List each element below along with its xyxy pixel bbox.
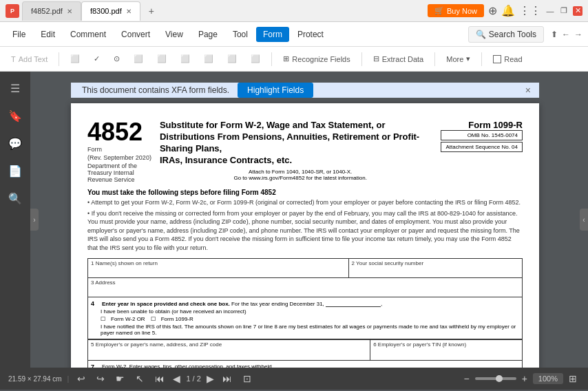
field-7-number: 7: [91, 363, 99, 368]
icon-toolbar-9[interactable]: ⬜: [245, 52, 266, 65]
icon1: ⊕: [488, 4, 497, 17]
hand-tool-button[interactable]: ☛: [113, 372, 127, 385]
form-label: Form: [87, 146, 151, 153]
tab-f8300-close[interactable]: ✕: [126, 8, 132, 15]
main-layout: ☰ 🔖 💬 📄 🔍 › This document contains XFA f…: [0, 72, 588, 368]
zoom-thumb: [496, 375, 503, 382]
icon-toolbar-5[interactable]: ⬜: [151, 52, 172, 65]
menu-form[interactable]: Form: [256, 27, 289, 42]
menu-file[interactable]: File: [6, 27, 32, 42]
menu-edit[interactable]: Edit: [34, 27, 62, 42]
notification-close-button[interactable]: ×: [525, 85, 531, 96]
read-button[interactable]: Read: [487, 53, 527, 65]
add-text-button[interactable]: T Add Text: [6, 53, 53, 65]
redo-button[interactable]: ↪: [94, 372, 107, 385]
icon-toolbar-7[interactable]: ⬜: [198, 52, 219, 65]
app-icon: P: [6, 4, 19, 18]
first-page-button[interactable]: ⏮: [152, 372, 167, 385]
zoom-in-button[interactable]: +: [519, 372, 530, 385]
table-row-1-2: 1 Name(s) shown on return 2 Your social …: [88, 258, 523, 277]
menu-comment[interactable]: Comment: [63, 27, 113, 42]
share-button[interactable]: ⬆: [551, 30, 558, 39]
add-tab-button[interactable]: +: [143, 3, 160, 19]
form-title-block: Substitute for Form W-2, Wage and Tax St…: [160, 120, 441, 181]
zoom-controls: − + 100% ⊞: [461, 372, 580, 385]
sidebar-icon-pages[interactable]: 📄: [4, 160, 26, 182]
form-fields-table: 1 Name(s) shown on return 2 Your social …: [87, 258, 523, 297]
icon-toolbar-2[interactable]: ✓: [88, 52, 105, 65]
maximize-button[interactable]: ❐: [559, 6, 569, 16]
zoom-out-button[interactable]: −: [461, 372, 472, 385]
field-7-block: 7 Form W-2. Enter wages, tips, other com…: [87, 361, 523, 368]
undo-button[interactable]: ↩: [74, 372, 88, 385]
right-handle-container: ‹: [580, 72, 588, 368]
icon-toolbar-8[interactable]: ⬜: [222, 52, 242, 65]
icon-toolbar-3[interactable]: ⊙: [108, 52, 125, 65]
fit-page-button[interactable]: ⊡: [240, 372, 254, 385]
bottom-separator: |: [67, 374, 70, 383]
field-4-line: 4 Enter year in space provided and check…: [91, 300, 519, 307]
field-3-label: 3 Address: [91, 279, 519, 286]
tab-f4852-label: f4852.pdf: [31, 7, 63, 15]
field-4-notify: I have notified the IRS of this fact. Th…: [101, 324, 519, 336]
prev-page-button[interactable]: ◀: [170, 372, 183, 385]
sidebar-icon-search[interactable]: 🔍: [4, 187, 26, 209]
menu-view[interactable]: View: [158, 27, 190, 42]
menu-tool[interactable]: Tool: [226, 27, 255, 42]
tab-f8300[interactable]: f8300.pdf ✕: [81, 1, 140, 21]
field-6-cell: 6 Employer's or payer's TIN (if known): [370, 339, 523, 360]
recognize-fields-button[interactable]: ⊞ Recognize Fields: [277, 52, 355, 65]
highlight-fields-button[interactable]: Highlight Fields: [238, 83, 313, 98]
buy-now-button[interactable]: 🛒 Buy Now: [428, 4, 484, 17]
form-rev-label: (Rev. September 2020): [87, 154, 151, 161]
search-tools-button[interactable]: 🔍 Search Tools: [468, 26, 544, 43]
field-7-header: 7 Form W-2. Enter wages, tips, other com…: [91, 363, 519, 368]
next-page-button[interactable]: ▶: [204, 372, 217, 385]
select-tool-button[interactable]: ↖: [133, 372, 147, 385]
icon-toolbar-4[interactable]: ⬜: [128, 52, 149, 65]
coordinates-display: 21.59 × 27.94 cm: [8, 375, 62, 383]
left-sidebar: ☰ 🔖 💬 📄 🔍: [0, 72, 30, 368]
close-button[interactable]: ✕: [573, 6, 582, 16]
field-6-label: 6 Employer's or payer's TIN (if known): [373, 341, 519, 348]
extract-data-button[interactable]: ⊟ Extract Data: [368, 52, 430, 65]
pdf-viewer[interactable]: This document contains XFA form fields. …: [30, 72, 580, 368]
tab-bar: f4852.pdf ✕ f8300.pdf ✕ +: [22, 1, 428, 21]
notification-bar: This document contains XFA form fields. …: [71, 83, 539, 98]
minimize-button[interactable]: —: [545, 6, 555, 16]
more-button[interactable]: More ▾: [441, 52, 476, 65]
form-attach-text: Attach to Form 1040, 1040-SR, or 1040-X.: [160, 169, 441, 175]
bottom-bar: 21.59 × 27.94 cm | ↩ ↪ ☛ ↖ ⏮ ◀ 1 / 2 ▶ ⏭…: [0, 368, 588, 390]
sidebar-icon-menu[interactable]: ☰: [4, 77, 26, 99]
tab-f4852[interactable]: f4852.pdf ✕: [22, 1, 81, 21]
menu-protect[interactable]: Protect: [291, 27, 330, 42]
form-1099-label: Form 1099-R: [441, 120, 523, 130]
sidebar-icon-comment[interactable]: 💬: [4, 132, 26, 154]
add-text-icon: T: [11, 55, 16, 63]
icon-toolbar-1[interactable]: ⬜: [65, 52, 85, 65]
back-button[interactable]: ←: [562, 30, 570, 39]
separator-2: [271, 52, 272, 66]
zoom-level-display[interactable]: 100%: [533, 373, 563, 384]
table-row-5-6: 5 Employer's or payer's name, address, a…: [88, 339, 523, 360]
form-attachment: Attachment Sequence No. 04: [441, 142, 523, 152]
icon-toolbar-6[interactable]: ⬜: [175, 52, 196, 65]
forward-button[interactable]: →: [574, 30, 582, 39]
form-fields-5-6: 5 Employer's or payer's name, address, a…: [87, 339, 523, 361]
title-bar: P f4852.pdf ✕ f8300.pdf ✕ + 🛒 Buy Now ⊕ …: [0, 0, 588, 22]
sidebar-icon-bookmark[interactable]: 🔖: [4, 105, 26, 127]
field-4-number: 4: [91, 300, 99, 307]
tab-f4852-close[interactable]: ✕: [67, 8, 72, 15]
form-toolbar: T Add Text ⬜ ✓ ⊙ ⬜ ⬜ ⬜ ⬜ ⬜ ⬜ ⊞ Recognize…: [0, 47, 588, 72]
last-page-button[interactable]: ⏭: [220, 372, 235, 385]
menu-page[interactable]: Page: [191, 27, 224, 42]
fit-width-button[interactable]: ⊞: [566, 372, 580, 385]
read-checkbox[interactable]: [493, 55, 501, 63]
checkbox-1099r-icon: ☐: [151, 316, 156, 322]
right-expand-handle[interactable]: ‹: [580, 209, 588, 231]
bullet2: • If you don't receive the missing or co…: [87, 209, 523, 253]
left-expand-handle[interactable]: ›: [30, 209, 39, 231]
extract-icon: ⊟: [373, 54, 379, 63]
menu-convert[interactable]: Convert: [114, 27, 157, 42]
zoom-slider[interactable]: [475, 377, 516, 380]
